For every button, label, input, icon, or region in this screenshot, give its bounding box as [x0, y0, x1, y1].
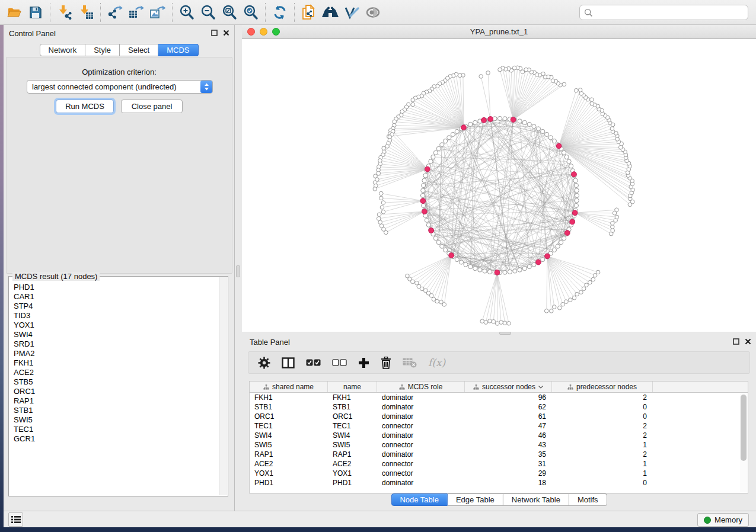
list-item[interactable]: SRD1 — [14, 339, 219, 349]
list-item[interactable]: TID3 — [14, 311, 219, 321]
criterion-dropdown[interactable]: largest connected component (undirected) — [27, 80, 213, 94]
zoom-in-icon[interactable] — [176, 2, 197, 23]
delete-table-icon[interactable] — [403, 358, 417, 368]
list-item[interactable]: ORC1 — [14, 387, 219, 396]
style-preview-icon[interactable] — [341, 2, 362, 23]
list-item[interactable]: YOX1 — [14, 321, 219, 330]
table-row[interactable]: STB1STB1dominator620 — [250, 402, 740, 412]
vertical-splitter[interactable] — [235, 25, 242, 511]
close-panel-icon[interactable] — [223, 30, 229, 36]
list-item[interactable]: STB1 — [14, 406, 219, 415]
column-header-shared-name[interactable]: shared name — [250, 382, 328, 392]
add-column-icon[interactable] — [358, 357, 369, 368]
network-search-field[interactable] — [579, 5, 748, 20]
export-table-icon[interactable] — [126, 2, 147, 23]
list-item[interactable]: SWI4 — [14, 330, 219, 339]
column-header-name[interactable]: name — [328, 382, 377, 392]
list-item[interactable]: TEC1 — [14, 425, 219, 434]
tab-motifs[interactable]: Motifs — [569, 493, 607, 506]
show-columns-icon[interactable] — [282, 357, 295, 368]
network-titlebar[interactable]: YPA_prune.txt_1 — [242, 25, 756, 39]
mcds-result-scrollbar[interactable] — [219, 277, 227, 495]
tab-node-table[interactable]: Node Table — [391, 493, 448, 506]
splitter-grip[interactable] — [236, 265, 240, 277]
float-panel-icon[interactable] — [211, 30, 218, 36]
list-item[interactable]: PHD1 — [14, 283, 219, 292]
zoom-selected-icon[interactable] — [240, 2, 261, 23]
function-builder-icon[interactable]: f(x) — [428, 357, 445, 368]
list-item[interactable]: GCR1 — [14, 434, 219, 444]
tab-edge-table[interactable]: Edge Table — [448, 493, 503, 506]
list-item[interactable]: ACE2 — [14, 368, 219, 377]
column-type-icon — [567, 384, 573, 390]
table-settings-gear-icon[interactable] — [258, 357, 270, 369]
node-table: shared name name MCDS role successor nod… — [249, 381, 748, 493]
refresh-icon[interactable] — [269, 2, 291, 23]
desktop-wallpaper-bottom — [0, 527, 756, 532]
network-canvas-svg — [242, 39, 756, 332]
tab-network-table[interactable]: Network Table — [503, 493, 569, 506]
save-session-icon[interactable] — [25, 2, 46, 23]
open-file-icon[interactable] — [4, 2, 25, 23]
list-item[interactable]: CAR1 — [14, 292, 219, 302]
list-item[interactable]: STB5 — [14, 377, 219, 387]
table-row[interactable]: SWI4SWI4dominator462 — [250, 431, 740, 440]
main-toolbar — [0, 0, 756, 25]
list-item[interactable]: STP4 — [14, 302, 219, 311]
criterion-value: largest connected component (undirected) — [32, 82, 177, 91]
column-header-predecessor-nodes[interactable]: predecessor nodes — [552, 382, 653, 392]
list-icon — [11, 515, 21, 524]
float-panel-icon[interactable] — [733, 338, 739, 345]
list-item[interactable]: SWI5 — [14, 415, 219, 425]
list-item[interactable]: PMA2 — [14, 349, 219, 358]
list-item[interactable]: RAP1 — [14, 396, 219, 406]
export-image-icon[interactable] — [147, 2, 168, 23]
mcds-result-list[interactable]: PHD1CAR1STP4TID3YOX1SWI4SRD1PMA2FKH1ACE2… — [9, 281, 219, 495]
deselect-all-columns-icon[interactable] — [332, 359, 347, 366]
task-history-button[interactable] — [8, 512, 23, 527]
tab-style[interactable]: Style — [85, 44, 120, 56]
list-item[interactable]: FKH1 — [14, 358, 219, 368]
table-toolbar: f(x) — [248, 351, 750, 374]
table-row[interactable]: SWI5SWI5connector431 — [250, 440, 740, 450]
network-title: YPA_prune.txt_1 — [242, 27, 756, 36]
export-network-icon[interactable] — [104, 2, 126, 23]
mcds-result-box: MCDS result (17 nodes) PHD1CAR1STP4TID3Y… — [8, 276, 228, 496]
table-tabs: Node Table Edge Table Network Table Moti… — [391, 493, 607, 506]
run-mcds-button[interactable]: Run MCDS — [56, 100, 114, 113]
table-row[interactable]: RAP1RAP1dominator352 — [250, 450, 740, 459]
network-window: YPA_prune.txt_1 — [242, 25, 756, 332]
table-scrollbar[interactable] — [740, 393, 747, 492]
table-row[interactable]: PHD1PHD1dominator180 — [250, 478, 740, 488]
table-row[interactable]: FKH1FKH1dominator962 — [250, 393, 740, 402]
node-table-body[interactable]: FKH1FKH1dominator962STB1STB1dominator620… — [250, 393, 740, 493]
import-network-icon[interactable] — [54, 2, 75, 23]
import-table-icon[interactable] — [75, 2, 97, 23]
close-panel-button[interactable]: Close panel — [121, 100, 183, 113]
show-hide-icon[interactable] — [362, 2, 384, 23]
control-panel: Control Panel Network Style Select MCDS … — [4, 25, 235, 511]
table-row[interactable]: YOX1YOX1connector291 — [250, 469, 740, 478]
table-row[interactable]: ACE2ACE2connector311 — [250, 459, 740, 469]
column-header-successor-nodes[interactable]: successor nodes — [465, 382, 552, 392]
table-row[interactable]: TEC1TEC1connector472 — [250, 421, 740, 431]
sort-chevron-icon — [538, 386, 543, 389]
tab-network[interactable]: Network — [39, 44, 85, 56]
column-header-mcds-role[interactable]: MCDS role — [377, 382, 465, 392]
select-all-columns-icon[interactable] — [306, 359, 321, 366]
tab-mcds[interactable]: MCDS — [158, 44, 198, 56]
table-scrollbar-thumb[interactable] — [741, 395, 747, 461]
zoom-out-icon[interactable] — [197, 2, 219, 23]
clone-network-icon[interactable] — [298, 2, 320, 23]
memory-button[interactable]: Memory — [697, 513, 749, 527]
tab-select[interactable]: Select — [120, 44, 158, 56]
dropdown-stepper-icon — [200, 81, 212, 93]
search-input[interactable] — [593, 7, 748, 18]
search-icon — [584, 8, 593, 17]
close-panel-icon[interactable] — [745, 338, 751, 345]
network-canvas[interactable] — [242, 39, 756, 332]
search-network-icon[interactable] — [320, 2, 341, 23]
zoom-fit-icon[interactable] — [219, 2, 240, 23]
table-row[interactable]: ORC1ORC1dominator610 — [250, 412, 740, 421]
delete-column-icon[interactable] — [381, 357, 391, 369]
